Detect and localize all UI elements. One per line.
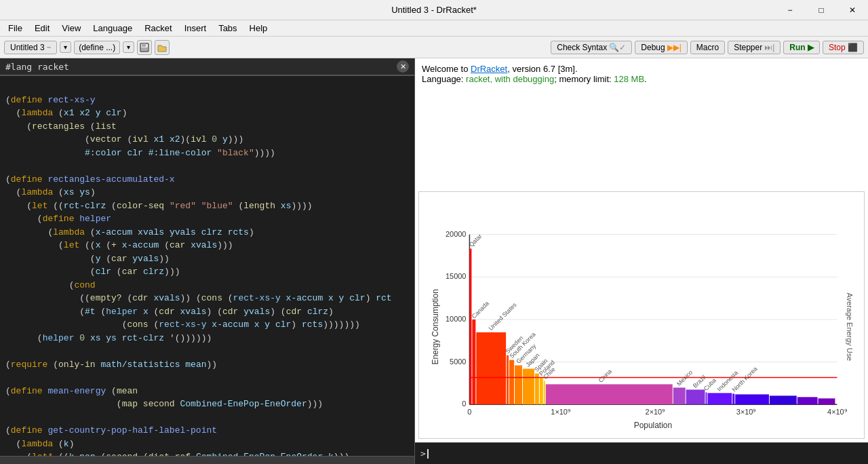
bar-canada: [472, 320, 475, 404]
run-button[interactable]: Run ▶: [783, 41, 820, 54]
stepper-button[interactable]: Stepper ⏭|: [728, 41, 781, 54]
check-syntax-button[interactable]: Check Syntax 🔍✓: [551, 41, 632, 54]
tab-dropdown-arrow[interactable]: ▾: [60, 41, 71, 53]
code-line: (lambda (x1 x2 y clr): [5, 107, 409, 120]
svg-text:5000: 5000: [450, 357, 466, 366]
code-line: [5, 80, 409, 94]
bar-china: [546, 384, 673, 404]
bar-poland: [540, 377, 543, 404]
check-syntax-label: Check Syntax: [557, 43, 607, 52]
menu-file[interactable]: File: [3, 22, 28, 35]
menu-tabs[interactable]: Tabs: [213, 22, 242, 35]
svg-rect-2: [141, 47, 148, 51]
editor-scrollbar[interactable]: [0, 456, 414, 464]
menu-racket[interactable]: Racket: [139, 22, 177, 35]
language-line: Language: racket, with debugging; memory…: [422, 74, 861, 84]
toolbar-right: Check Syntax 🔍✓ Debug ▶▶| Macro Stepper …: [551, 41, 864, 54]
svg-text:20000: 20000: [446, 230, 466, 238]
code-line: (lambda (x-accum xvals yvals clrz rcts): [5, 226, 409, 239]
memory-label: ; memory limit:: [554, 74, 614, 84]
menu-view[interactable]: View: [56, 22, 86, 35]
debug-button[interactable]: Debug ▶▶|: [635, 41, 688, 54]
define-dropdown-arrow[interactable]: ▾: [123, 41, 134, 53]
stop-icon: ⬛: [848, 43, 858, 52]
bar-brazil: [686, 389, 705, 404]
memory-suffix: .: [644, 74, 647, 84]
code-line: (rectangles (list: [5, 120, 409, 134]
menu-language[interactable]: Language: [87, 22, 138, 35]
code-line: (require (only-in math/statistics mean)): [5, 358, 409, 372]
toolbar-left: Untitled 3 ~ ▾ (define ...) ▾: [4, 40, 170, 55]
code-line: (#t (helper x (cdr xvals) (cdr yvals) (c…: [5, 305, 409, 319]
lang-bar: #lang racket ✕: [0, 58, 414, 76]
main-content: #lang racket ✕ (define rect-xs-y (lambda…: [0, 58, 868, 464]
repl-output: Welcome to DrRacket, version 6.7 [3m]. L…: [415, 58, 868, 191]
stepper-label: Stepper: [734, 43, 762, 52]
stop-button[interactable]: Stop ⬛: [823, 41, 864, 54]
code-line: (define rectangles-accumulated-x: [5, 173, 409, 187]
code-line: (map second Combined-EnePop-EneOrder))): [5, 398, 409, 411]
code-line: (let ((x (+ x-accum (car xvals))): [5, 239, 409, 252]
repl-prompt-area[interactable]: >: [415, 442, 868, 464]
code-line: [5, 159, 409, 173]
tab-untitled3[interactable]: Untitled 3 ~: [4, 41, 57, 54]
language-label: Language:: [422, 74, 466, 84]
svg-rect-1: [142, 43, 146, 47]
svg-text:Energy Consumption: Energy Consumption: [431, 289, 440, 364]
code-line: (define get-country-pop-half-label-point: [5, 424, 409, 438]
menu-help[interactable]: Help: [244, 22, 273, 35]
bar-mexico: [673, 387, 686, 404]
code-line: ((empty? (cdr xvals)) (cons (rect-xs-y x…: [5, 292, 409, 305]
chart-area: 0 5000 10000 15000 20000 Energy Consumpt…: [418, 191, 865, 439]
svg-text:1×10⁹: 1×10⁹: [551, 408, 570, 416]
code-line: (define mean-energy (mean: [5, 385, 409, 398]
code-line: (cond: [5, 279, 409, 292]
svg-text:0: 0: [462, 400, 466, 408]
define-dropdown[interactable]: (define ...): [74, 41, 120, 54]
menu-edit[interactable]: Edit: [29, 22, 55, 35]
code-line: (cons (rect-xs-y x-accum x y clr) rcts))…: [5, 318, 409, 332]
bar-misc4: [818, 398, 835, 404]
svg-text:0: 0: [467, 408, 471, 416]
bar-misc2: [770, 395, 797, 404]
title-text: Untitled 3 - DrRacket*: [391, 5, 477, 15]
run-icon: ▶: [808, 43, 814, 52]
debug-icon: ▶▶|: [667, 43, 682, 52]
language-name: racket, with debugging: [466, 74, 554, 84]
code-line: (lambda (xs ys): [5, 186, 409, 199]
maximize-button[interactable]: □: [806, 0, 837, 20]
lang-line: #lang racket: [5, 62, 69, 72]
minimize-button[interactable]: −: [774, 0, 806, 20]
repl-prompt: >: [420, 448, 426, 459]
save-icon: [140, 43, 149, 52]
code-line: (lambda (k): [5, 438, 409, 451]
save-icon-btn[interactable]: [137, 40, 152, 55]
titlebar: Untitled 3 - DrRacket* − □ ✕: [0, 0, 868, 20]
window-controls: − □ ✕: [774, 0, 868, 20]
svg-text:Population: Population: [634, 421, 672, 430]
bar-southkorea: [509, 360, 514, 405]
tab-modified-indicator: ~: [47, 43, 51, 52]
code-line: (let* ((k-pop (second (dict-ref Combined…: [5, 450, 409, 456]
close-button[interactable]: ✕: [837, 0, 868, 20]
cursor: [427, 449, 429, 459]
bar-us: [476, 332, 506, 404]
svg-text:Average Energy Use: Average Energy Use: [846, 293, 854, 362]
memory-value: 128 MB: [614, 74, 644, 84]
menu-insert[interactable]: Insert: [179, 22, 212, 35]
stepper-icon: ⏭|: [764, 43, 774, 52]
code-line: [5, 411, 409, 425]
stop-label: Stop: [829, 43, 846, 52]
code-area[interactable]: (define rect-xs-y (lambda (x1 x2 y clr) …: [0, 76, 414, 456]
svg-text:2×10⁹: 2×10⁹: [646, 408, 665, 416]
macro-label: Macro: [696, 43, 719, 52]
drracket-link[interactable]: DrRacket: [471, 64, 507, 74]
svg-text:15000: 15000: [446, 272, 466, 280]
lang-close-button[interactable]: ✕: [397, 60, 409, 73]
bar-germany: [515, 366, 522, 405]
bar-misc3: [797, 397, 818, 404]
open-icon-btn[interactable]: [155, 40, 170, 55]
code-line: [5, 345, 409, 358]
macro-button[interactable]: Macro: [690, 41, 725, 54]
welcome-line: Welcome to DrRacket, version 6.7 [3m].: [422, 64, 861, 74]
